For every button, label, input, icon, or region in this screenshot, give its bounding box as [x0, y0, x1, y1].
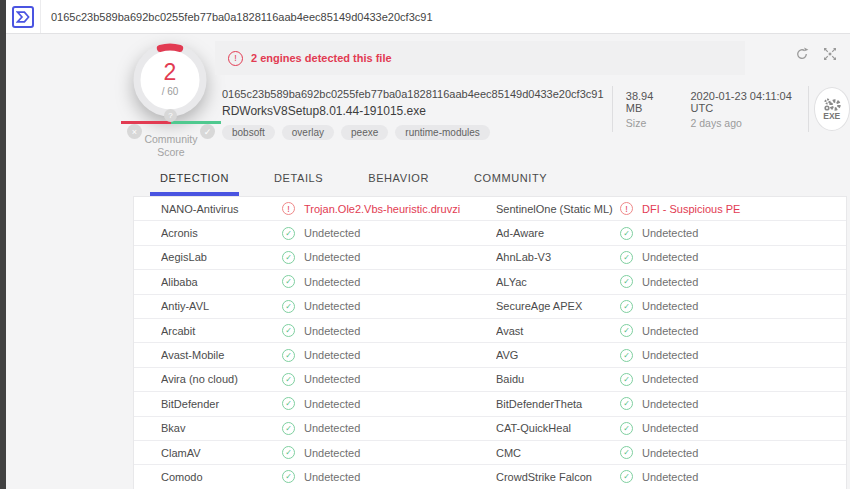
- tag-bobsoft[interactable]: bobsoft: [222, 125, 275, 140]
- file-tags: bobsoft overlay peexe runtime-modules: [222, 125, 607, 140]
- engine-result: Undetected: [282, 446, 496, 459]
- engine-name: Baidu: [496, 373, 620, 385]
- left-edge-strip: [0, 0, 6, 489]
- result-text: Undetected: [642, 251, 698, 263]
- result-text: DFI - Suspicious PE: [642, 203, 740, 215]
- table-row: Arcabit Undetected Avast Undetected: [134, 319, 846, 343]
- engine-name: Bkav: [161, 422, 282, 434]
- tag-runtime-modules[interactable]: runtime-modules: [395, 125, 489, 140]
- engine-result: DFI - Suspicious PE: [620, 202, 846, 215]
- engine-result: Undetected: [620, 470, 846, 483]
- result-text: Undetected: [642, 471, 698, 483]
- result-text: Undetected: [642, 398, 698, 410]
- engine-result: Undetected: [620, 422, 846, 435]
- engine-name: ClamAV: [161, 447, 282, 459]
- engine-name: AegisLab: [161, 251, 282, 263]
- engine-result: Undetected: [620, 397, 846, 410]
- tag-overlay[interactable]: overlay: [282, 125, 334, 140]
- engine-name: AhnLab-V3: [496, 251, 620, 263]
- engine-result: Undetected: [282, 349, 496, 362]
- score-total: / 60: [131, 86, 209, 97]
- analysis-date: 2020-01-23 04:11:04 UTC 2 days ago: [677, 90, 807, 129]
- filetype-label: EXE: [823, 112, 840, 120]
- filetype-exe-badge: EXE: [814, 87, 850, 131]
- virustotal-logo-icon: [16, 10, 30, 24]
- tab-community[interactable]: COMMUNITY: [464, 160, 557, 195]
- result-text: Undetected: [304, 276, 360, 288]
- result-text: Undetected: [642, 349, 698, 361]
- engine-result: Undetected: [282, 324, 496, 337]
- table-row: Acronis Undetected Ad-Aware Undetected: [134, 221, 846, 245]
- engine-result: Undetected: [620, 300, 846, 313]
- check-icon: [620, 324, 633, 337]
- search-input[interactable]: [49, 10, 822, 24]
- check-icon: [282, 227, 295, 240]
- engine-name: Avast-Mobile: [161, 349, 282, 361]
- engine-result: Undetected: [282, 275, 496, 288]
- score-value: 2: [131, 61, 209, 84]
- file-size: 38.94 MB Size: [613, 90, 678, 129]
- virustotal-logo[interactable]: [12, 6, 34, 28]
- engine-result: Undetected: [282, 251, 496, 264]
- check-icon: [620, 422, 633, 435]
- engine-name: CrowdStrike Falcon: [496, 471, 620, 483]
- table-row: Antiy-AVL Undetected SecureAge APEX Unde…: [134, 295, 846, 319]
- result-text: Undetected: [304, 251, 360, 263]
- table-row: Alibaba Undetected ALYac Undetected: [134, 270, 846, 294]
- tab-details[interactable]: DETAILS: [264, 160, 333, 195]
- check-icon: [620, 470, 633, 483]
- check-icon: [282, 422, 295, 435]
- gears-icon: [823, 98, 841, 112]
- result-text: Undetected: [304, 300, 360, 312]
- engine-name: Antiy-AVL: [161, 300, 282, 312]
- engine-result: Undetected: [282, 470, 496, 483]
- engine-result: Undetected: [282, 422, 496, 435]
- tab-bar: DETECTION DETAILS BEHAVIOR COMMUNITY: [150, 160, 557, 195]
- result-text: Undetected: [642, 227, 698, 239]
- check-icon: [282, 251, 295, 264]
- engine-result: Undetected: [620, 275, 846, 288]
- result-text: Undetected: [304, 471, 360, 483]
- check-icon: [282, 373, 295, 386]
- tab-detection[interactable]: DETECTION: [150, 160, 239, 195]
- detection-table: NANO-Antivirus Trojan.Ole2.Vbs-heuristic…: [133, 196, 847, 489]
- alert-icon: !: [228, 51, 243, 66]
- check-icon: [282, 300, 295, 313]
- table-row: ClamAV Undetected CMC Undetected: [134, 441, 846, 465]
- question-icon: ?: [164, 109, 177, 122]
- result-text: Undetected: [304, 398, 360, 410]
- engine-name: Comodo: [161, 471, 282, 483]
- engine-result: Undetected: [282, 373, 496, 386]
- result-text: Undetected: [642, 325, 698, 337]
- check-icon: [620, 397, 633, 410]
- result-text: Undetected: [642, 300, 698, 312]
- check-icon: [620, 300, 633, 313]
- tag-peexe[interactable]: peexe: [341, 125, 388, 140]
- check-icon: [620, 446, 633, 459]
- result-text: Trojan.Ole2.Vbs-heuristic.druvzi: [304, 203, 460, 215]
- check-icon: [282, 446, 295, 459]
- check-icon: [282, 275, 295, 288]
- engine-result: Undetected: [620, 251, 846, 264]
- community-score-widget: ? × ✓ Community Score: [119, 107, 223, 163]
- check-icon: [620, 349, 633, 362]
- check-icon: [620, 373, 633, 386]
- reanalyze-icon[interactable]: [794, 46, 810, 62]
- check-icon: [620, 227, 633, 240]
- result-text: Undetected: [304, 349, 360, 361]
- table-row: BitDefender Undetected BitDefenderTheta …: [134, 392, 846, 416]
- result-text: Undetected: [642, 447, 698, 459]
- tab-behavior[interactable]: BEHAVIOR: [358, 160, 439, 195]
- check-icon: [282, 349, 295, 362]
- engine-name: Alibaba: [161, 276, 282, 288]
- engine-name: AVG: [496, 349, 620, 361]
- table-row: Bkav Undetected CAT-QuickHeal Undetected: [134, 417, 846, 441]
- similar-files-icon[interactable]: [822, 46, 838, 62]
- engine-result: Undetected: [620, 349, 846, 362]
- table-row: Avira (no cloud) Undetected Baidu Undete…: [134, 368, 846, 392]
- check-icon: [282, 470, 295, 483]
- check-icon: [282, 397, 295, 410]
- result-text: Undetected: [642, 276, 698, 288]
- engine-name: Arcabit: [161, 325, 282, 337]
- engine-result: Undetected: [282, 397, 496, 410]
